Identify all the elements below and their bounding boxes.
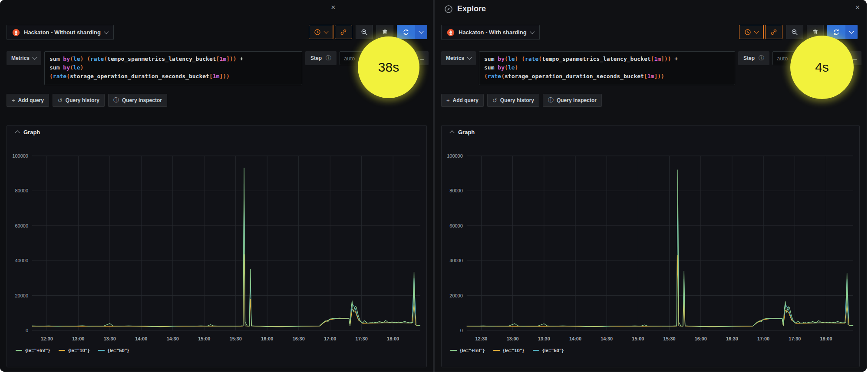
- zoom-out-button[interactable]: [786, 25, 803, 39]
- svg-text:13:00: 13:00: [72, 336, 84, 341]
- timeseries-chart[interactable]: 02000040000600008000010000012:3013:0013:…: [7, 139, 426, 346]
- svg-text:0: 0: [460, 328, 463, 333]
- timeseries-svg[interactable]: 02000040000600008000010000012:3013:0013:…: [7, 139, 426, 346]
- close-split-icon[interactable]: ×: [855, 3, 860, 11]
- legend-item[interactable]: {le="50"}: [533, 348, 564, 353]
- minus-icon: –: [420, 55, 424, 62]
- metrics-label: Metrics: [446, 55, 464, 61]
- explore-toolbar: [309, 25, 427, 39]
- step-label: Step: [743, 55, 755, 61]
- info-icon: ⓘ: [548, 96, 554, 104]
- refresh-icon: [833, 29, 840, 36]
- legend-item[interactable]: {le="10"}: [59, 348, 89, 353]
- link-button[interactable]: [335, 25, 352, 39]
- trash-icon: [812, 29, 818, 35]
- time-picker-button[interactable]: [739, 25, 763, 39]
- add-query-label: Add query: [453, 97, 479, 103]
- chevron-down-icon: [104, 29, 109, 34]
- legend-label: {le="+Inf"}: [25, 348, 50, 353]
- query-actions-row: + Add query ↺ Query history ⓘ Query insp…: [7, 94, 167, 107]
- chevron-down-icon: [32, 55, 37, 59]
- promql-line: (rate(storage_operation_duration_seconds…: [484, 72, 730, 81]
- step-label: Step: [310, 55, 322, 61]
- link-group: [335, 25, 352, 39]
- link-group: [765, 25, 782, 39]
- link-button[interactable]: [766, 25, 782, 39]
- query-history-button[interactable]: ↺ Query history: [53, 94, 105, 107]
- close-split-icon[interactable]: ×: [331, 3, 336, 11]
- promql-query-editor[interactable]: sum by(le) (rate(tempo_spanmetrics_laten…: [479, 51, 735, 85]
- legend-item[interactable]: {le="+Inf"}: [16, 348, 50, 353]
- query-inspector-button[interactable]: ⓘ Query inspector: [108, 94, 167, 107]
- graph-panel-title: Graph: [458, 129, 475, 135]
- datasource-picker[interactable]: Hackaton - With sharding: [441, 25, 540, 40]
- svg-text:15:00: 15:00: [632, 336, 644, 341]
- add-query-button[interactable]: + Add query: [441, 94, 484, 107]
- prometheus-flame-icon: [447, 29, 455, 36]
- query-inspector-button[interactable]: ⓘ Query inspector: [543, 94, 602, 107]
- duration-annotation-badge: 4s: [790, 36, 854, 99]
- graph-legend: {le="+Inf"}{le="10"}{le="50"}: [7, 346, 426, 353]
- history-icon: ↺: [492, 97, 497, 104]
- promql-query-editor[interactable]: sum by(le) (rate(tempo_spanmetrics_laten…: [44, 51, 302, 85]
- svg-text:40000: 40000: [15, 258, 28, 263]
- metrics-label: Metrics: [11, 55, 30, 61]
- timeseries-svg[interactable]: 02000040000600008000010000012:3013:0013:…: [442, 139, 859, 346]
- run-query-button[interactable]: [397, 25, 415, 39]
- chevron-down-icon: [467, 55, 472, 59]
- promql-line: sum by(le) (rate(tempo_spanmetrics_laten…: [50, 55, 297, 63]
- time-picker-button[interactable]: [309, 25, 333, 39]
- zoom-out-button[interactable]: [356, 25, 373, 39]
- timeseries-chart[interactable]: 02000040000600008000010000012:3013:0013:…: [442, 139, 859, 346]
- duration-text: 38s: [378, 60, 399, 75]
- legend-color-dash: [59, 350, 65, 351]
- step-label-chip: Step ⓘ: [738, 51, 769, 65]
- svg-text:20000: 20000: [449, 293, 462, 298]
- clock-icon: [744, 29, 751, 36]
- promql-line: sum by(le): [50, 63, 297, 72]
- query-history-button[interactable]: ↺ Query history: [487, 94, 539, 107]
- legend-color-dash: [98, 350, 105, 351]
- minus-icon: –: [853, 55, 857, 62]
- step-label-chip: Step ⓘ: [305, 51, 337, 65]
- legend-item[interactable]: {le="50"}: [98, 348, 129, 353]
- explore-toolbar: [739, 25, 858, 39]
- add-query-button[interactable]: + Add query: [7, 94, 49, 107]
- svg-text:14:00: 14:00: [135, 336, 147, 341]
- graph-panel-header[interactable]: Graph: [442, 125, 859, 139]
- chevron-down-icon: [323, 29, 328, 33]
- datasource-label: Hackaton - With sharding: [459, 29, 527, 36]
- explore-title: Explore: [457, 4, 486, 13]
- zoom-out-icon: [361, 29, 368, 36]
- svg-text:100000: 100000: [447, 153, 463, 158]
- svg-text:15:00: 15:00: [198, 336, 210, 341]
- svg-text:17:30: 17:30: [789, 336, 801, 341]
- svg-text:16:30: 16:30: [726, 336, 738, 341]
- legend-label: {le="10"}: [503, 348, 524, 353]
- datasource-picker[interactable]: Hackaton - Without sharding: [7, 25, 114, 40]
- time-picker-group: [739, 25, 764, 39]
- metrics-dropdown-button[interactable]: Metrics: [7, 51, 41, 65]
- run-query-interval-dropdown[interactable]: [845, 25, 858, 39]
- svg-text:15:30: 15:30: [663, 336, 676, 341]
- duration-annotation-badge: 38s: [358, 36, 419, 98]
- info-icon: ⓘ: [113, 96, 119, 104]
- info-icon: ⓘ: [759, 54, 764, 62]
- legend-item[interactable]: {le="+Inf"}: [450, 348, 485, 353]
- legend-label: {le="+Inf"}: [460, 348, 485, 353]
- graph-panel-header[interactable]: Graph: [7, 125, 426, 139]
- plus-icon: +: [446, 97, 450, 104]
- legend-label: {le="10"}: [68, 348, 89, 353]
- svg-text:13:00: 13:00: [507, 336, 519, 341]
- svg-text:80000: 80000: [15, 188, 28, 193]
- trash-icon: [382, 29, 388, 35]
- svg-text:16:00: 16:00: [695, 336, 707, 341]
- explore-pane-right: × Explore Hackaton - With sharding: [433, 0, 867, 372]
- query-actions-row: + Add query ↺ Query history ⓘ Query insp…: [441, 94, 602, 107]
- chevron-down-icon: [849, 29, 854, 33]
- legend-color-dash: [493, 350, 500, 351]
- run-query-interval-dropdown[interactable]: [415, 25, 427, 39]
- metrics-dropdown-button[interactable]: Metrics: [441, 51, 476, 65]
- history-icon: ↺: [58, 97, 63, 104]
- legend-item[interactable]: {le="10"}: [493, 348, 524, 353]
